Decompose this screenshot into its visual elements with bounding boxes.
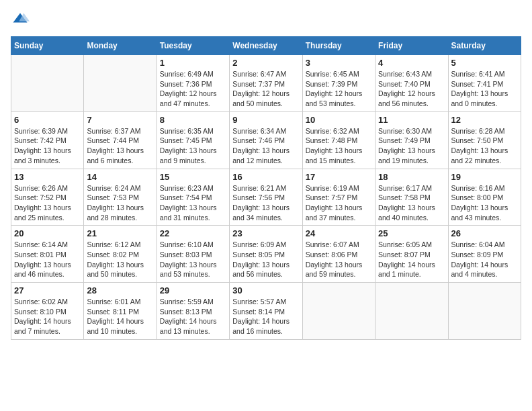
day-number: 22 (160, 228, 226, 238)
day-number: 1 (160, 58, 226, 68)
calendar-cell: 28Sunrise: 6:01 AMSunset: 8:11 PMDayligh… (84, 283, 157, 340)
day-number: 18 (378, 172, 445, 182)
calendar-cell: 9Sunrise: 6:34 AMSunset: 7:46 PMDaylight… (230, 111, 302, 169)
day-info: Sunrise: 6:49 AMSunset: 7:36 PMDaylight:… (160, 69, 226, 109)
calendar-cell: 29Sunrise: 5:59 AMSunset: 8:13 PMDayligh… (157, 283, 229, 340)
calendar-cell: 30Sunrise: 5:57 AMSunset: 8:14 PMDayligh… (230, 283, 302, 340)
day-info: Sunrise: 6:30 AMSunset: 7:49 PMDaylight:… (378, 126, 445, 166)
day-info: Sunrise: 6:16 AMSunset: 8:00 PMDaylight:… (451, 183, 518, 223)
weekday-header-monday: Monday (84, 37, 157, 55)
day-number: 8 (160, 115, 226, 125)
day-number: 3 (306, 58, 372, 68)
day-info: Sunrise: 6:12 AMSunset: 8:02 PMDaylight:… (87, 240, 153, 279)
day-number: 29 (160, 285, 226, 295)
day-info: Sunrise: 6:02 AMSunset: 8:10 PMDaylight:… (14, 297, 81, 336)
calendar-week-row: 1Sunrise: 6:49 AMSunset: 7:36 PMDaylight… (11, 55, 521, 112)
calendar-cell: 19Sunrise: 6:16 AMSunset: 8:00 PMDayligh… (448, 169, 521, 226)
calendar-cell: 25Sunrise: 6:05 AMSunset: 8:07 PMDayligh… (375, 226, 448, 283)
calendar-cell: 27Sunrise: 6:02 AMSunset: 8:10 PMDayligh… (11, 283, 84, 340)
day-info: Sunrise: 5:59 AMSunset: 8:13 PMDaylight:… (160, 297, 226, 336)
day-number: 25 (378, 228, 445, 238)
day-number: 14 (87, 172, 153, 182)
calendar-cell (84, 55, 157, 112)
day-info: Sunrise: 6:35 AMSunset: 7:45 PMDaylight:… (160, 126, 226, 166)
day-number: 2 (232, 58, 299, 68)
day-info: Sunrise: 6:43 AMSunset: 7:40 PMDaylight:… (378, 69, 445, 109)
weekday-header-friday: Friday (375, 37, 448, 55)
day-number: 12 (451, 115, 518, 125)
calendar-cell: 23Sunrise: 6:09 AMSunset: 8:05 PMDayligh… (230, 226, 302, 283)
header (11, 11, 521, 30)
calendar-cell: 26Sunrise: 6:04 AMSunset: 8:09 PMDayligh… (448, 226, 521, 283)
calendar-cell: 10Sunrise: 6:32 AMSunset: 7:48 PMDayligh… (302, 111, 375, 169)
day-info: Sunrise: 6:17 AMSunset: 7:58 PMDaylight:… (378, 183, 445, 223)
day-info: Sunrise: 6:24 AMSunset: 7:53 PMDaylight:… (87, 183, 153, 223)
day-number: 7 (87, 115, 153, 125)
calendar-cell: 24Sunrise: 6:07 AMSunset: 8:06 PMDayligh… (302, 226, 375, 283)
calendar-cell: 12Sunrise: 6:28 AMSunset: 7:50 PMDayligh… (448, 111, 521, 169)
calendar-cell: 11Sunrise: 6:30 AMSunset: 7:49 PMDayligh… (375, 111, 448, 169)
calendar-cell: 1Sunrise: 6:49 AMSunset: 7:36 PMDaylight… (157, 55, 229, 112)
day-number: 16 (232, 172, 299, 182)
day-number: 9 (232, 115, 299, 125)
day-info: Sunrise: 6:45 AMSunset: 7:39 PMDaylight:… (306, 69, 372, 109)
day-number: 24 (306, 228, 372, 238)
calendar-cell: 20Sunrise: 6:14 AMSunset: 8:01 PMDayligh… (11, 226, 84, 283)
calendar-cell: 13Sunrise: 6:26 AMSunset: 7:52 PMDayligh… (11, 169, 84, 226)
calendar-week-row: 6Sunrise: 6:39 AMSunset: 7:42 PMDaylight… (11, 111, 521, 169)
calendar-week-row: 27Sunrise: 6:02 AMSunset: 8:10 PMDayligh… (11, 283, 521, 340)
day-info: Sunrise: 6:19 AMSunset: 7:57 PMDaylight:… (306, 183, 372, 223)
calendar-cell: 3Sunrise: 6:45 AMSunset: 7:39 PMDaylight… (302, 55, 375, 112)
day-info: Sunrise: 6:39 AMSunset: 7:42 PMDaylight:… (14, 126, 81, 166)
day-info: Sunrise: 6:28 AMSunset: 7:50 PMDaylight:… (451, 126, 518, 166)
calendar-week-row: 13Sunrise: 6:26 AMSunset: 7:52 PMDayligh… (11, 169, 521, 226)
weekday-header-thursday: Thursday (302, 37, 375, 55)
weekday-header-tuesday: Tuesday (157, 37, 229, 55)
calendar-cell (375, 283, 448, 340)
day-info: Sunrise: 6:05 AMSunset: 8:07 PMDaylight:… (378, 240, 445, 279)
day-number: 20 (14, 228, 81, 238)
day-info: Sunrise: 6:26 AMSunset: 7:52 PMDaylight:… (14, 183, 81, 223)
calendar-cell: 17Sunrise: 6:19 AMSunset: 7:57 PMDayligh… (302, 169, 375, 226)
day-info: Sunrise: 6:23 AMSunset: 7:54 PMDaylight:… (160, 183, 226, 223)
day-number: 30 (232, 285, 299, 295)
calendar-cell: 16Sunrise: 6:21 AMSunset: 7:56 PMDayligh… (230, 169, 302, 226)
day-info: Sunrise: 6:14 AMSunset: 8:01 PMDaylight:… (14, 240, 81, 279)
calendar-cell (302, 283, 375, 340)
calendar-cell: 21Sunrise: 6:12 AMSunset: 8:02 PMDayligh… (84, 226, 157, 283)
calendar-cell: 8Sunrise: 6:35 AMSunset: 7:45 PMDaylight… (157, 111, 229, 169)
calendar-cell: 14Sunrise: 6:24 AMSunset: 7:53 PMDayligh… (84, 169, 157, 226)
calendar-cell: 7Sunrise: 6:37 AMSunset: 7:44 PMDaylight… (84, 111, 157, 169)
day-number: 10 (306, 115, 372, 125)
day-info: Sunrise: 6:07 AMSunset: 8:06 PMDaylight:… (306, 240, 372, 279)
day-info: Sunrise: 6:09 AMSunset: 8:05 PMDaylight:… (232, 240, 299, 279)
day-info: Sunrise: 6:37 AMSunset: 7:44 PMDaylight:… (87, 126, 153, 166)
weekday-header-wednesday: Wednesday (230, 37, 302, 55)
day-info: Sunrise: 6:21 AMSunset: 7:56 PMDaylight:… (232, 183, 299, 223)
calendar-cell: 15Sunrise: 6:23 AMSunset: 7:54 PMDayligh… (157, 169, 229, 226)
day-number: 19 (451, 172, 518, 182)
weekday-header-saturday: Saturday (448, 37, 521, 55)
day-number: 28 (87, 285, 153, 295)
day-number: 5 (451, 58, 518, 68)
logo-icon (11, 11, 30, 30)
calendar-cell: 5Sunrise: 6:41 AMSunset: 7:41 PMDaylight… (448, 55, 521, 112)
day-number: 26 (451, 228, 518, 238)
day-info: Sunrise: 6:32 AMSunset: 7:48 PMDaylight:… (306, 126, 372, 166)
day-number: 27 (14, 285, 81, 295)
calendar-cell: 6Sunrise: 6:39 AMSunset: 7:42 PMDaylight… (11, 111, 84, 169)
day-number: 4 (378, 58, 445, 68)
calendar: SundayMondayTuesdayWednesdayThursdayFrid… (11, 36, 521, 340)
day-number: 21 (87, 228, 153, 238)
calendar-cell: 22Sunrise: 6:10 AMSunset: 8:03 PMDayligh… (157, 226, 229, 283)
day-number: 15 (160, 172, 226, 182)
day-info: Sunrise: 6:01 AMSunset: 8:11 PMDaylight:… (87, 297, 153, 336)
weekday-header-row: SundayMondayTuesdayWednesdayThursdayFrid… (11, 37, 521, 55)
day-info: Sunrise: 6:34 AMSunset: 7:46 PMDaylight:… (232, 126, 299, 166)
calendar-cell (448, 283, 521, 340)
day-number: 17 (306, 172, 372, 182)
day-number: 11 (378, 115, 445, 125)
calendar-week-row: 20Sunrise: 6:14 AMSunset: 8:01 PMDayligh… (11, 226, 521, 283)
day-number: 6 (14, 115, 81, 125)
day-info: Sunrise: 6:04 AMSunset: 8:09 PMDaylight:… (451, 240, 518, 279)
